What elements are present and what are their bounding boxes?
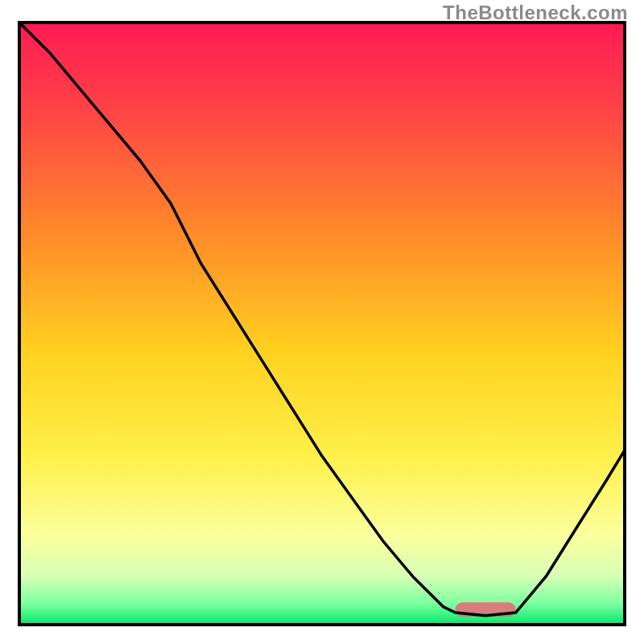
gradient-background: [19, 23, 625, 625]
chart-svg: [0, 0, 644, 644]
watermark-text: TheBottleneck.com: [443, 2, 628, 24]
bottleneck-chart: TheBottleneck.com: [0, 0, 644, 644]
